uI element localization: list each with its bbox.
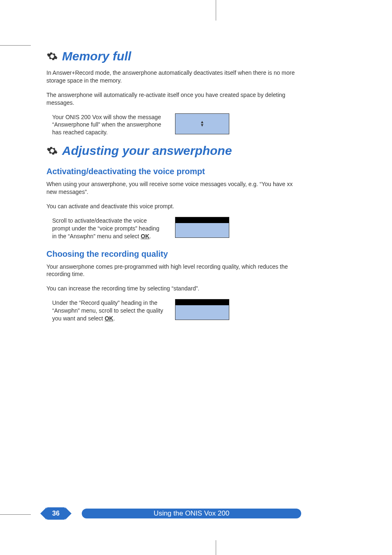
paragraph: You can increase the recording time by s…: [46, 285, 301, 292]
paragraph: The answerphone will automatically re-ac…: [46, 91, 301, 107]
heading-text: Adjusting your answerphone: [62, 144, 232, 158]
gear-icon: [46, 145, 58, 157]
paragraph: Your answerphone comes pre-programmed wi…: [46, 263, 301, 279]
crop-mark: [216, 540, 216, 555]
heading-adjusting-answerphone: Adjusting your answerphone: [46, 144, 301, 158]
step-row: Under the “Record quality” heading in th…: [46, 299, 301, 322]
step-text-post: .: [150, 233, 151, 240]
ok-label: OK: [141, 233, 150, 240]
step-text-post: .: [113, 315, 115, 322]
crop-mark: [0, 45, 31, 46]
paragraph: You can activate and deactivate this voi…: [46, 203, 301, 210]
step-text: Your ONIS 200 Vox will show the message …: [46, 113, 164, 137]
step-row: Your ONIS 200 Vox will show the message …: [46, 113, 301, 137]
page-number: 36: [52, 510, 60, 517]
ok-label: OK: [105, 315, 113, 322]
lcd-screen: [175, 299, 229, 320]
crop-mark: [216, 0, 216, 21]
subheading-recording-quality: Choosing the recording quality: [46, 249, 301, 259]
lcd-screen: ▲▼: [175, 113, 229, 134]
crop-mark: [0, 514, 31, 515]
page-footer: 36 Using the ONIS Vox 200: [46, 507, 301, 520]
paragraph: When using your answerphone, you will re…: [46, 180, 301, 196]
heading-text: Memory full: [62, 49, 131, 63]
step-row: Scroll to activate/deactivate the voice …: [46, 217, 301, 240]
heading-memory-full: Memory full: [46, 49, 301, 63]
chapter-title: Using the ONIS Vox 200: [82, 509, 301, 518]
page-number-badge: 36: [46, 507, 65, 520]
subheading-voice-prompt: Activating/deactivating the voice prompt: [46, 167, 301, 176]
scroll-arrows-icon: ▲▼: [200, 120, 204, 127]
page-content: Memory full In Answer+Record mode, the a…: [46, 49, 301, 330]
step-text: Scroll to activate/deactivate the voice …: [46, 217, 164, 240]
step-text: Under the “Record quality” heading in th…: [46, 299, 164, 322]
paragraph: In Answer+Record mode, the answerphone a…: [46, 69, 301, 85]
gear-icon: [46, 51, 58, 62]
lcd-screen: [175, 217, 229, 238]
